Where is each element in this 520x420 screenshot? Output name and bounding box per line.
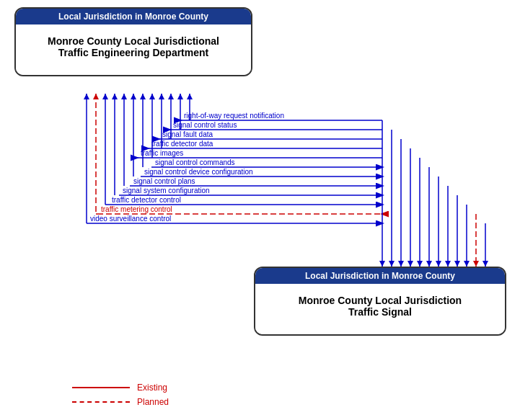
svg-marker-43 — [445, 261, 451, 267]
svg-marker-47 — [482, 261, 488, 267]
svg-marker-36 — [379, 261, 385, 267]
svg-marker-60 — [84, 94, 89, 99]
existing-line-sample — [72, 387, 130, 388]
legend: Existing Planned — [72, 383, 169, 407]
right-box: Local Jurisdiction in Monroe County Monr… — [254, 267, 506, 336]
svg-text:signal control plans: signal control plans — [133, 177, 195, 185]
svg-marker-70 — [177, 94, 183, 99]
svg-marker-42 — [436, 261, 441, 267]
svg-text:right-of-way request notificat: right-of-way request notification — [184, 112, 284, 120]
svg-text:traffic detector control: traffic detector control — [112, 196, 181, 204]
svg-marker-46 — [473, 261, 479, 267]
svg-marker-63 — [112, 94, 118, 99]
svg-marker-68 — [159, 94, 164, 99]
svg-marker-64 — [121, 94, 127, 99]
left-box-body: Monroe County Local JurisdictionalTraffi… — [16, 24, 251, 75]
svg-marker-44 — [454, 261, 460, 267]
svg-marker-62 — [102, 94, 108, 99]
svg-text:video surveillance control: video surveillance control — [90, 215, 171, 223]
svg-marker-39 — [407, 261, 413, 267]
svg-text:signal system configuration: signal system configuration — [123, 187, 210, 195]
svg-text:traffic images: traffic images — [141, 149, 183, 157]
svg-marker-69 — [168, 94, 174, 99]
legend-planned: Planned — [72, 397, 169, 407]
svg-marker-67 — [149, 94, 155, 99]
svg-marker-65 — [131, 94, 136, 99]
left-box-header: Local Jurisdiction in Monroe County — [16, 9, 251, 24]
svg-marker-45 — [464, 261, 470, 267]
right-box-header: Local Jurisdiction in Monroe County — [255, 268, 505, 284]
diagram-container: Local Jurisdiction in Monroe County Monr… — [0, 0, 520, 420]
svg-text:signal control commands: signal control commands — [155, 158, 235, 166]
planned-line-sample — [72, 401, 130, 403]
svg-marker-66 — [140, 94, 146, 99]
svg-marker-37 — [389, 261, 395, 267]
svg-marker-40 — [417, 261, 423, 267]
svg-marker-71 — [187, 94, 193, 99]
svg-marker-38 — [398, 261, 404, 267]
existing-label: Existing — [137, 383, 167, 393]
svg-text:traffic metering control: traffic metering control — [101, 205, 172, 213]
svg-text:signal control status: signal control status — [173, 121, 237, 129]
svg-text:traffic detector data: traffic detector data — [151, 140, 213, 148]
svg-marker-41 — [426, 261, 432, 267]
planned-label: Planned — [137, 397, 169, 407]
svg-marker-61 — [93, 94, 99, 99]
svg-text:signal control device configur: signal control device configuration — [144, 168, 253, 176]
svg-text:signal fault data: signal fault data — [162, 130, 213, 138]
left-box: Local Jurisdiction in Monroe County Monr… — [14, 7, 252, 76]
right-box-body: Monroe County Local JurisdictionTraffic … — [255, 284, 505, 334]
legend-existing: Existing — [72, 383, 169, 393]
